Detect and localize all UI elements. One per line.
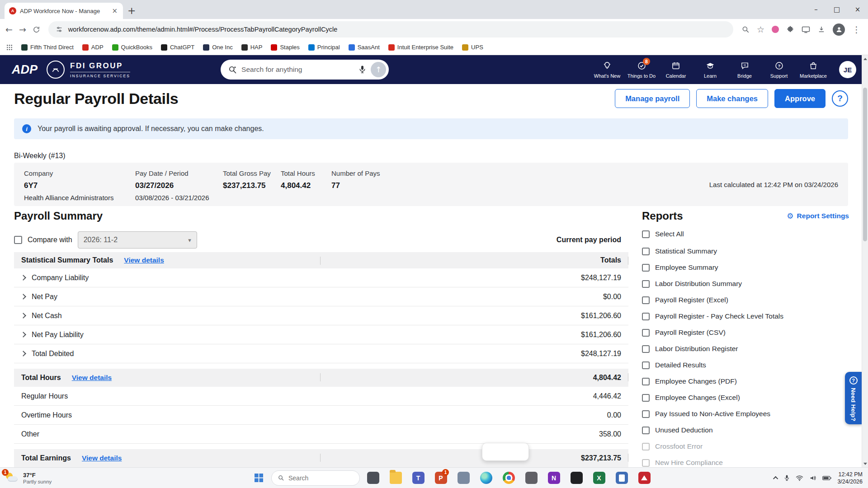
- global-search-input[interactable]: [241, 66, 354, 74]
- page-scrollbar[interactable]: [862, 55, 868, 467]
- back-button[interactable]: ←: [5, 24, 13, 34]
- report-checkbox[interactable]: Employee Changes (PDF): [642, 373, 849, 389]
- tray-mic-icon[interactable]: [784, 474, 790, 482]
- page-help-icon[interactable]: ?: [832, 90, 848, 107]
- address-bar[interactable]: workforcenow.adp.com/theme/admin.html#/P…: [48, 21, 733, 38]
- report-checkbox[interactable]: Labor Distribution Summary: [642, 276, 849, 292]
- report-checkbox[interactable]: Unused Deduction: [642, 422, 849, 438]
- taskbar-app-file-explorer[interactable]: [386, 468, 405, 488]
- compare-period-select[interactable]: 2026: 11-2 ▾: [78, 231, 197, 249]
- taskbar-app-onenote[interactable]: N: [544, 468, 563, 488]
- taskbar-app-calculator[interactable]: [612, 468, 631, 488]
- checkbox[interactable]: [642, 427, 650, 434]
- taskbar-app-steel[interactable]: [454, 468, 473, 488]
- apps-grid-icon[interactable]: [6, 44, 13, 51]
- taskbar-app-excel[interactable]: X: [590, 468, 609, 488]
- user-avatar[interactable]: JE: [839, 61, 856, 78]
- taskbar-app-teams[interactable]: T: [409, 468, 428, 488]
- report-checkbox[interactable]: Employee Changes (Excel): [642, 389, 849, 406]
- taskbar-weather-widget[interactable]: 1 37°F Partly sunny: [5, 468, 52, 488]
- start-button[interactable]: [250, 469, 268, 487]
- chevron-right-icon[interactable]: [20, 294, 26, 300]
- row-net-pay-liability[interactable]: Net Pay Liability $161,206.60: [14, 325, 628, 344]
- report-checkbox[interactable]: Detailed Results: [642, 357, 849, 373]
- nav-whats-new[interactable]: What's New: [591, 61, 623, 79]
- checkbox[interactable]: [642, 378, 650, 385]
- report-checkbox[interactable]: Statistical Summary: [642, 243, 849, 259]
- site-settings-icon[interactable]: [56, 26, 63, 33]
- bookmark-item[interactable]: One Inc: [203, 44, 233, 51]
- extension-pink-icon[interactable]: [772, 26, 779, 33]
- search-submit-button[interactable]: ↑: [371, 62, 386, 77]
- bookmark-item[interactable]: Fifth Third Direct: [21, 44, 74, 51]
- checkbox[interactable]: [642, 361, 650, 369]
- report-checkbox[interactable]: Pay Issued to Non-Active Employees: [642, 406, 849, 422]
- zoom-icon[interactable]: [741, 25, 750, 33]
- floating-scroll-pill[interactable]: [482, 443, 529, 461]
- compare-with-checkbox[interactable]: [14, 236, 22, 244]
- taskbar-app-powerpoint[interactable]: P1: [431, 468, 450, 488]
- checkbox[interactable]: [642, 329, 650, 337]
- window-close-button[interactable]: ×: [847, 0, 868, 19]
- make-changes-button[interactable]: Make changes: [696, 89, 768, 108]
- taskbar-search-input[interactable]: [288, 474, 347, 482]
- forward-button[interactable]: →: [19, 24, 26, 34]
- taskbar-search[interactable]: [271, 470, 360, 486]
- chevron-right-icon[interactable]: [20, 313, 26, 319]
- taskbar-app-edge[interactable]: [476, 468, 495, 488]
- tab-close-icon[interactable]: ×: [111, 7, 118, 15]
- bookmark-star-icon[interactable]: ☆: [757, 24, 764, 34]
- refresh-button[interactable]: [33, 26, 40, 33]
- taskbar-app-black[interactable]: [567, 468, 586, 488]
- global-search[interactable]: ↑: [221, 60, 389, 80]
- report-checkbox[interactable]: Payroll Register - Pay Check Level Total…: [642, 308, 849, 324]
- report-checkbox[interactable]: Labor Distribution Register: [642, 341, 849, 357]
- taskbar-app-chrome[interactable]: [499, 468, 518, 488]
- chevron-right-icon[interactable]: [20, 275, 26, 281]
- nav-support[interactable]: ? Support: [763, 61, 795, 79]
- nav-learn[interactable]: Learn: [694, 61, 726, 79]
- browser-menu-kebab-icon[interactable]: ⋮: [852, 24, 861, 34]
- taskbar-app-acrobat[interactable]: [635, 468, 654, 488]
- checkbox[interactable]: [642, 394, 650, 402]
- extensions-puzzle-icon[interactable]: [786, 25, 794, 33]
- new-tab-button[interactable]: +: [127, 5, 136, 16]
- checkbox[interactable]: [642, 313, 650, 320]
- scroll-up-arrow[interactable]: [862, 56, 868, 62]
- downloads-icon[interactable]: [817, 25, 826, 33]
- taskbar-clock[interactable]: 12:42 PM 3/24/2026: [837, 471, 863, 485]
- report-checkbox[interactable]: Payroll Register (Excel): [642, 292, 849, 308]
- bookmark-item[interactable]: Intuit Enterprise Suite: [388, 44, 453, 51]
- manage-payroll-button[interactable]: Manage payroll: [615, 89, 690, 108]
- volume-icon[interactable]: [809, 475, 816, 481]
- taskbar-app-gray[interactable]: [522, 468, 541, 488]
- bookmark-item[interactable]: Staples: [271, 44, 299, 51]
- bookmark-item[interactable]: Principal: [308, 44, 340, 51]
- chevron-right-icon[interactable]: [20, 332, 26, 338]
- checkbox[interactable]: [642, 345, 650, 353]
- need-help-tab[interactable]: ? Need Help?: [845, 372, 862, 424]
- checkbox[interactable]: [642, 410, 650, 418]
- stat-view-details-link[interactable]: View details: [124, 256, 164, 264]
- row-net-cash[interactable]: Net Cash $161,206.60: [14, 306, 628, 325]
- nav-bridge[interactable]: Bridge: [729, 61, 760, 79]
- window-minimize-button[interactable]: –: [806, 0, 826, 19]
- chevron-right-icon[interactable]: [20, 351, 26, 357]
- checkbox[interactable]: [642, 296, 650, 304]
- battery-icon[interactable]: [822, 475, 831, 481]
- checkbox[interactable]: [642, 280, 650, 288]
- bookmark-item[interactable]: UPS: [462, 44, 483, 51]
- tray-expand-icon[interactable]: [773, 476, 778, 481]
- bookmark-item[interactable]: HAP: [241, 44, 263, 51]
- checkbox[interactable]: [642, 248, 650, 255]
- taskbar-app-dark[interactable]: [363, 468, 382, 488]
- report-checkbox[interactable]: Employee Summary: [642, 259, 849, 276]
- browser-tab[interactable]: A ADP Workforce Now - Manage ×: [5, 3, 123, 19]
- row-net-pay[interactable]: Net Pay $0.00: [14, 287, 628, 306]
- mic-icon[interactable]: [359, 65, 366, 75]
- row-company-liability[interactable]: Company Liability $248,127.19: [14, 268, 628, 287]
- scrollbar-thumb[interactable]: [863, 88, 867, 241]
- nav-marketplace[interactable]: Marketplace: [797, 61, 829, 79]
- scroll-down-arrow[interactable]: [862, 460, 868, 467]
- nav-things-to-do[interactable]: 8 Things to Do: [626, 61, 657, 79]
